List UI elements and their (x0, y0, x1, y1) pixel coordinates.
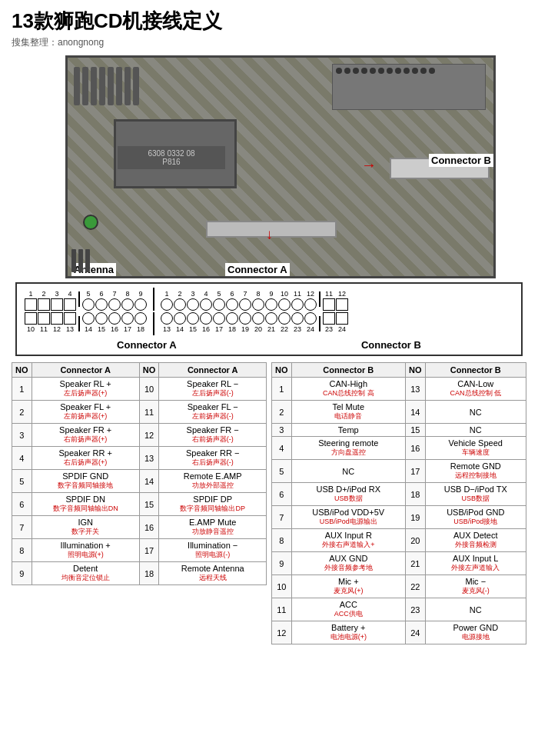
arrow-connector-b: ← (361, 156, 377, 174)
table-b-header-cn-b1: Connector B (291, 363, 406, 378)
table-row: 12 Battery + 电池电源(+) 24 Power GND 电源接地 (272, 621, 526, 644)
row-no2: 14 (406, 401, 426, 424)
table-row: 9 Detent 均衡音定位锁止 18 Remote Antenna 远程天线 (12, 562, 267, 585)
row-connector-b-val: Battery + 电池电源(+) (291, 621, 406, 644)
row-connector-a-val2: Speaker FL − 左前扬声器(-) (159, 401, 267, 424)
row-connector-b-val2: Remote GND 远程控制接地 (425, 460, 526, 483)
table-row: 7 IGN 数字开关 16 E.AMP Mute 功放静音遥控 (12, 516, 267, 539)
antenna-connector (83, 215, 98, 230)
photo-area: 6308 0332 08P816 ← ↑ Connector B Antenna… (12, 55, 538, 278)
table-a-header-cn-a2: Connector A (159, 363, 267, 378)
row-connector-b-val2: USB/iPod GND USB/iPod接地 (425, 506, 526, 529)
row-no2: 15 (406, 424, 426, 437)
row-connector-b-val: AUX Input R 外接右声道输入+ (291, 529, 406, 552)
row-no2: 11 (139, 401, 159, 424)
row-no: 2 (272, 401, 292, 424)
row-connector-a-val2: SPDIF DP 数字音频同轴输出DP (159, 493, 267, 516)
table-b-header-no2: NO (406, 363, 426, 378)
row-no: 9 (272, 552, 292, 575)
row-connector-a-val: SPDIF GND 数字音频同轴接地 (32, 470, 139, 493)
row-no2: 18 (139, 562, 159, 585)
row-no: 4 (272, 437, 292, 460)
table-row: 1 Speaker RL + 左后扬声器(+) 10 Speaker RL − … (12, 378, 267, 401)
row-connector-b-val2: NC (425, 424, 526, 437)
row-no: 6 (12, 493, 32, 516)
row-connector-b-val2: Mic − 麦克风(-) (425, 575, 526, 598)
table-row: 6 USB D+/iPod RX USB数据 18 USB D−/iPod TX… (272, 483, 526, 506)
table-a-header-no1: NO (12, 363, 32, 378)
subtitle: 搜集整理：anongnong (12, 36, 526, 49)
row-no2: 20 (406, 529, 426, 552)
row-no2: 24 (406, 621, 426, 644)
row-no: 12 (272, 621, 292, 644)
connector-b-image-label: Connector B (429, 154, 493, 167)
row-no: 5 (12, 470, 32, 493)
row-no2: 16 (406, 437, 426, 460)
table-row: 5 SPDIF GND 数字音频同轴接地 14 Remote E.AMP 功放外… (12, 470, 267, 493)
row-connector-a-val: Speaker RR + 右后扬声器(+) (32, 447, 139, 470)
row-no: 5 (272, 460, 292, 483)
row-no: 1 (12, 378, 32, 401)
table-row: 4 Speaker RR + 右后扬声器(+) 13 Speaker RR − … (12, 447, 267, 470)
row-no2: 17 (139, 539, 159, 562)
row-no: 7 (272, 506, 292, 529)
row-connector-a-val: Speaker FR + 右前扬声器(+) (32, 424, 139, 447)
row-no: 10 (272, 575, 292, 598)
row-connector-a-val2: Speaker RR − 右后扬声器(-) (159, 447, 267, 470)
row-connector-b-val: USB D+/iPod RX USB数据 (291, 483, 406, 506)
row-connector-a-val2: Speaker FR − 右前扬声器(-) (159, 424, 267, 447)
table-row: 1 CAN-High CAN总线控制 高 13 CAN-Low CAN总线控制 … (272, 378, 526, 401)
table-row: 11 ACC ACC供电 23 NC (272, 598, 526, 621)
table-row: 7 USB/iPod VDD+5V USB/iPod电源输出 19 USB/iP… (272, 506, 526, 529)
row-no: 3 (272, 424, 292, 437)
table-row: 6 SPDIF DN 数字音频同轴输出DN 15 SPDIF DP 数字音频同轴… (12, 493, 267, 516)
row-no: 4 (12, 447, 32, 470)
row-no: 6 (272, 483, 292, 506)
table-row: 2 Speaker FL + 左前扬声器(+) 11 Speaker FL − … (12, 401, 267, 424)
row-no: 7 (12, 516, 32, 539)
row-connector-a-val: Detent 均衡音定位锁止 (32, 562, 139, 585)
row-no2: 23 (406, 598, 426, 621)
table-row: 8 Illumination + 照明电源(+) 17 Illumination… (12, 539, 267, 562)
row-no: 8 (272, 529, 292, 552)
row-no: 11 (272, 598, 292, 621)
row-connector-a-val: IGN 数字开关 (32, 516, 139, 539)
row-connector-b-val: NC (291, 460, 406, 483)
table-row: 5 NC 17 Remote GND 远程控制接地 (272, 460, 526, 483)
row-connector-b-val: USB/iPod VDD+5V USB/iPod电源输出 (291, 506, 406, 529)
diagram-connector-b-label: Connector B (361, 339, 421, 351)
table-row: 8 AUX Input R 外接右声道输入+ 20 AUX Detect 外接音… (272, 529, 526, 552)
row-connector-b-val: Tel Mute 电话静音 (291, 401, 406, 424)
row-connector-a-val2: Illumination − 照明电源(-) (159, 539, 267, 562)
row-connector-a-val: Speaker FL + 左前扬声器(+) (32, 401, 139, 424)
row-no2: 13 (406, 378, 426, 401)
table-a-header-no2: NO (139, 363, 159, 378)
row-connector-b-val: Steering remote 方向盘遥控 (291, 437, 406, 460)
row-no2: 15 (139, 493, 159, 516)
row-no: 1 (272, 378, 292, 401)
row-no2: 17 (406, 460, 426, 483)
pin-diagram: 1 2 3 4 5 6 (15, 282, 523, 356)
table-row: 4 Steering remote 方向盘遥控 16 Vehicle Speed… (272, 437, 526, 460)
table-row: 3 Speaker FR + 右前扬声器(+) 12 Speaker FR − … (12, 424, 267, 447)
row-no: 9 (12, 562, 32, 585)
table-row: 3 Temp 15 NC (272, 424, 526, 437)
table-row: 10 Mic + 麦克风(+) 22 Mic − 麦克风(-) (272, 575, 526, 598)
row-no: 8 (12, 539, 32, 562)
row-no2: 18 (406, 483, 426, 506)
connector-b-table: NO Connector B NO Connector B 1 CAN-High… (271, 362, 526, 644)
row-no2: 10 (139, 378, 159, 401)
row-no: 2 (12, 401, 32, 424)
connector-a-image-label: Connector A (225, 263, 290, 276)
table-a-header-cn-a1: Connector A (32, 363, 139, 378)
row-connector-b-val2: CAN-Low CAN总线控制 低 (425, 378, 526, 401)
row-no2: 14 (139, 470, 159, 493)
row-no2: 19 (406, 506, 426, 529)
row-connector-b-val: ACC ACC供电 (291, 598, 406, 621)
row-connector-b-val2: NC (425, 401, 526, 424)
row-no2: 13 (139, 447, 159, 470)
page-title: 13款狮跑CD机接线定义 (12, 8, 526, 35)
row-no: 3 (12, 424, 32, 447)
row-connector-a-val2: Remote E.AMP 功放外部遥控 (159, 470, 267, 493)
row-connector-a-val2: Speaker RL − 左后扬声器(-) (159, 378, 267, 401)
